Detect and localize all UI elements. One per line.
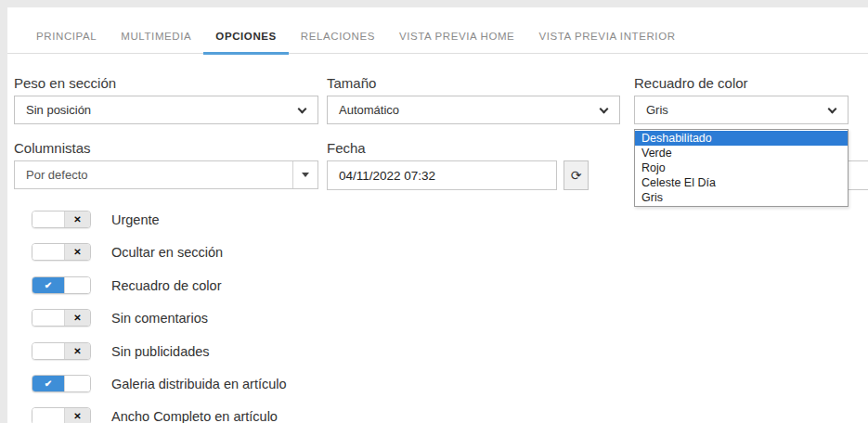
tab-opciones[interactable]: OPCIONES: [203, 23, 289, 55]
toggle-row-urgente: ✕Urgente: [32, 211, 160, 228]
peso-en-seccion-value: Sin posición: [26, 103, 91, 117]
x-icon: ✕: [64, 310, 90, 326]
tamano-value: Automático: [339, 103, 399, 117]
toggle-recuadro-de-color[interactable]: ✔: [32, 276, 91, 294]
chevron-down-icon: [298, 105, 307, 114]
x-icon: ✕: [64, 212, 90, 227]
toggle-sin-publicidades[interactable]: ✕: [32, 342, 91, 360]
peso-en-seccion-label: Peso en sección: [14, 75, 116, 91]
toggle-ocultar-en-seccion[interactable]: ✕: [32, 243, 91, 261]
tamano-select[interactable]: Automático: [327, 96, 620, 124]
toggle-handle: [32, 310, 64, 326]
toggle-row-recuadro-de-color: ✔Recuadro de color: [32, 276, 222, 294]
toggle-sin-comentarios[interactable]: ✕: [32, 309, 91, 327]
triangle-down-icon: [302, 173, 309, 177]
chevron-down-icon: [600, 105, 609, 114]
toggle-handle: [32, 212, 64, 227]
dropdown-option-gris[interactable]: Gris: [635, 190, 848, 205]
fecha-value: 04/11/2022 07:32: [339, 169, 435, 183]
columnistas-label: Columnistas: [14, 140, 91, 156]
dropdown-option-verde[interactable]: Verde: [635, 146, 848, 160]
toggle-label-sin-comentarios: Sin comentarios: [111, 311, 208, 326]
dropdown-option-rojo[interactable]: Rojo: [635, 160, 848, 175]
toggle-label-ocultar-en-seccion: Ocultar en sección: [111, 245, 223, 260]
toggle-galeria-distribuida-en-articulo[interactable]: ✔: [32, 375, 91, 392]
toggle-label-ancho-completo-en-articulo: Ancho Completo en artículo: [111, 409, 278, 423]
toggle-row-sin-comentarios: ✕Sin comentarios: [32, 309, 208, 327]
columnistas-value: Por defecto: [15, 168, 292, 182]
dropdown-arrow: [292, 161, 317, 188]
peso-en-seccion-select[interactable]: Sin posición: [14, 96, 318, 124]
fecha-refresh-button[interactable]: ⟳: [564, 160, 589, 190]
tab-vista-previa-home[interactable]: VISTA PREVIA HOME: [387, 23, 526, 55]
toggle-row-ocultar-en-seccion: ✕Ocultar en sección: [32, 243, 223, 261]
check-icon: ✔: [32, 277, 64, 293]
fecha-label: Fecha: [327, 140, 366, 156]
toggle-urgente[interactable]: ✕: [32, 211, 91, 228]
toggle-label-sin-publicidades: Sin publicidades: [111, 344, 210, 359]
toggle-handle: [64, 376, 90, 391]
recuadro-de-color-label: Recuadro de color: [634, 75, 748, 91]
toggle-label-recuadro-de-color: Recuadro de color: [111, 278, 222, 293]
chevron-down-icon: [828, 105, 837, 114]
dropdown-option-deshabilitado[interactable]: Deshabilitado: [635, 131, 848, 146]
x-icon: ✕: [64, 343, 90, 359]
options-screen: PRINCIPALMULTIMEDIAOPCIONESRELACIONESVIS…: [0, 0, 868, 423]
dropdown-option-celeste-el-dia[interactable]: Celeste El Día: [635, 175, 848, 190]
tab-vista-previa-interior[interactable]: VISTA PREVIA INTERIOR: [526, 23, 687, 55]
columnistas-select[interactable]: Por defecto: [14, 160, 318, 189]
toggle-row-ancho-completo-en-articulo: ✕Ancho Completo en artículo: [32, 407, 278, 423]
tamano-label: Tamaño: [327, 75, 376, 91]
tab-relaciones[interactable]: RELACIONES: [289, 23, 387, 55]
toggle-handle: [32, 408, 64, 423]
toggle-label-urgente: Urgente: [111, 212, 160, 227]
check-icon: ✔: [32, 376, 64, 391]
tab-bar: PRINCIPALMULTIMEDIAOPCIONESRELACIONESVIS…: [7, 24, 868, 54]
toggle-handle: [64, 277, 90, 293]
toggle-row-galeria-distribuida-en-articulo: ✔Galeria distribuida en artículo: [32, 375, 287, 392]
recuadro-de-color-value: Gris: [646, 103, 668, 117]
tab-principal[interactable]: PRINCIPAL: [24, 23, 109, 55]
toggle-ancho-completo-en-articulo[interactable]: ✕: [32, 407, 91, 423]
recuadro-de-color-select[interactable]: Gris: [634, 96, 849, 124]
fecha-input[interactable]: 04/11/2022 07:32: [327, 160, 557, 190]
toggle-row-sin-publicidades: ✕Sin publicidades: [32, 342, 210, 360]
recuadro-de-color-dropdown: DeshabilitadoVerdeRojoCeleste El DíaGris: [634, 129, 849, 207]
tab-multimedia[interactable]: MULTIMEDIA: [109, 23, 203, 55]
toggle-label-galeria-distribuida-en-articulo: Galeria distribuida en artículo: [111, 377, 287, 391]
x-icon: ✕: [64, 408, 90, 423]
refresh-icon: ⟳: [571, 168, 582, 183]
toggle-handle: [32, 244, 64, 260]
x-icon: ✕: [64, 244, 90, 260]
toggle-handle: [32, 343, 64, 359]
